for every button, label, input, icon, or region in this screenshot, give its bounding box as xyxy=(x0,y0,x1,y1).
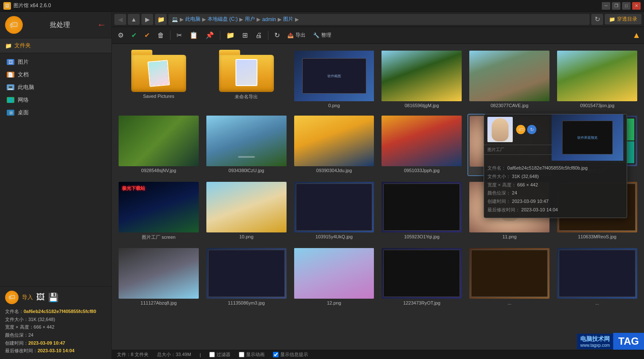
gallery-item-img7[interactable]: 09390304Jdu.jpg xyxy=(292,114,376,176)
batch-arrow-icon: ← xyxy=(97,19,106,30)
nav-up-button[interactable]: ▲ xyxy=(128,14,140,25)
popup-created-value: 2023-03-09 10:47 xyxy=(512,199,549,204)
title-bar: 🖼 图片馆 x64 2.6.0 ─ ❐ □ ✕ xyxy=(0,0,644,12)
tool-refresh2-button[interactable]: ↻ xyxy=(272,29,282,42)
gallery-item-img5[interactable]: 0928548sjNV.jpg xyxy=(117,114,200,176)
collapse-button[interactable]: ▲ xyxy=(632,30,641,40)
status-bar: 文件：8 文件夹 总大小：33.49M | 过滤器 显示动画 显示信息提示 xyxy=(112,350,644,359)
motion-checkbox-label[interactable]: 显示动画 xyxy=(239,351,265,358)
popup-dim-row: 宽度 × 高度： 666 × 442 xyxy=(487,181,623,189)
tool-delete-button[interactable]: 🗑 xyxy=(155,29,167,42)
tool-check2-button[interactable]: ✔ xyxy=(142,29,152,42)
popup-modified-label: 最后修改时间： xyxy=(487,207,520,212)
gallery-item-img1[interactable]: 软件截图 0.png xyxy=(292,49,376,110)
sidebar: 🏷 批处理 ← 📁 文件夹 🖼 图片 📄 文档 💻 此电脑 xyxy=(0,12,112,359)
thumb-img6 xyxy=(206,116,287,166)
sidebar-item-docs[interactable]: 📄 文档 xyxy=(0,68,111,81)
gallery-item-img2[interactable]: 0816596tjgM.jpg xyxy=(380,49,463,110)
gallery-item-img19[interactable]: 12.png xyxy=(292,246,376,307)
nav-back-button[interactable]: ◀ xyxy=(114,14,126,25)
sidebar-item-pc[interactable]: 💻 此电脑 xyxy=(0,81,111,94)
tool-settings-button[interactable]: ⚙ xyxy=(115,29,126,42)
img21-label: ... xyxy=(469,300,549,305)
info-checkbox[interactable] xyxy=(273,352,279,357)
import-button[interactable]: 导入 xyxy=(22,294,33,301)
gallery-item-img22[interactable]: ... xyxy=(555,246,639,307)
gallery-item-img3[interactable]: 0823077CAVE.jpg xyxy=(468,49,551,110)
batch-process-button[interactable]: 批处理 xyxy=(26,21,94,30)
gallery-item-img12[interactable]: 10.png xyxy=(205,180,288,242)
popup-body: 🏷 ↻ 图片工厂 软件界面预览 xyxy=(484,114,627,161)
tool-arrange-button[interactable]: 🔧 整理 xyxy=(311,29,334,42)
gallery-item-img6[interactable]: 0934380lCzU.jpg xyxy=(205,114,288,176)
path-segment-drive[interactable]: 本地磁盘 (C:) xyxy=(208,16,238,23)
gallery-item-img21[interactable]: ... xyxy=(468,246,551,307)
img15-label: 11.png xyxy=(469,234,549,239)
popup-face-thumb xyxy=(487,117,513,142)
tool-print-button[interactable]: 🖨 xyxy=(253,29,265,42)
thumb-img1: 软件截图 xyxy=(294,51,374,101)
tool-newfolder-button[interactable]: 📁 xyxy=(224,29,237,42)
close-button[interactable]: ✕ xyxy=(632,2,641,10)
thumb-img17 xyxy=(119,248,199,299)
gallery-item-img13[interactable]: 103915y4UkQ.jpg xyxy=(292,180,376,242)
status-size: 总大小：33.49M xyxy=(157,351,191,358)
net-label: 网络 xyxy=(18,96,29,104)
tool-export-button[interactable]: 📤 导出 xyxy=(285,29,308,42)
copy-icon: 📋 xyxy=(189,31,198,39)
tool-layout-button[interactable]: ⊞ xyxy=(240,29,250,42)
file-name-label: 文件名： xyxy=(5,309,24,314)
gallery-item-img11[interactable]: 极光下载站 图片工厂 screen xyxy=(117,180,200,242)
file-size-value: 31K (32,648) xyxy=(28,317,55,322)
watermark-body: 电脑技术网 www.tagxp.com xyxy=(577,334,613,349)
restore-button[interactable]: ❐ xyxy=(612,2,620,10)
folder-body xyxy=(131,55,186,92)
path-segment-pics[interactable]: 图片 xyxy=(283,16,293,23)
path-segment-users[interactable]: 用户 xyxy=(245,16,255,23)
folder-icon: 📁 xyxy=(5,43,12,49)
tool-cut-button[interactable]: ✂ xyxy=(174,29,184,42)
info-checkbox-label[interactable]: 显示信息提示 xyxy=(273,351,308,358)
motion-checkbox[interactable] xyxy=(239,352,244,357)
minimize-button[interactable]: ─ xyxy=(602,2,610,10)
path-segment-admin[interactable]: admin xyxy=(262,16,276,22)
penetrate-button[interactable]: 📁 穿透目录 xyxy=(605,14,641,24)
gallery-item-img20[interactable]: 1223473RyOT.jpg xyxy=(380,246,463,307)
img12-label: 10.png xyxy=(206,234,287,239)
gallery-item-img18[interactable]: 11135086ym3.jpg xyxy=(205,246,288,307)
gallery-item-img8[interactable]: 0951033Jpph.jpg xyxy=(380,114,463,176)
maximize-button[interactable]: □ xyxy=(622,2,630,10)
nav-folder-button[interactable]: 📁 xyxy=(155,14,167,25)
img3-label: 0823077CAVE.jpg xyxy=(469,103,549,108)
path-segment-pc[interactable]: 此电脑 xyxy=(185,16,200,23)
sidebar-top: 🏷 批处理 ← xyxy=(0,12,111,38)
thumb-img4 xyxy=(557,51,637,101)
gallery-item-folder1[interactable]: Saved Pictures xyxy=(117,49,200,110)
tool-paste-button[interactable]: 📌 xyxy=(203,29,216,42)
popup-depth-value: 24 xyxy=(512,190,517,195)
gallery-item-img14[interactable]: 105923O1Yqi.jpg xyxy=(380,180,463,242)
folder-button[interactable]: 📁 文件夹 xyxy=(0,38,111,53)
file-depth-value: 24 xyxy=(28,332,33,337)
tool-copy-button[interactable]: 📋 xyxy=(187,29,200,42)
desk-label: 桌面 xyxy=(18,109,29,116)
sidebar-item-desk[interactable]: 🖥 桌面 xyxy=(0,106,111,119)
popup-size-value: 31K (32,648) xyxy=(512,174,539,179)
nav-forward-button[interactable]: ▶ xyxy=(141,14,153,25)
arrange-icon: 🔧 xyxy=(313,32,319,38)
popup-header: 🏷 ↻ xyxy=(484,114,552,145)
folder-photo-inner xyxy=(149,61,169,86)
popup-modified-row: 最后修改时间： 2023-03-10 14:04 xyxy=(487,206,623,214)
tool-check1-button[interactable]: ✔ xyxy=(129,29,139,42)
popup-app-icon: 🏷 xyxy=(516,125,525,134)
filter-checkbox[interactable] xyxy=(209,352,215,357)
gallery-item-img17[interactable]: 111127Abzq8.jpg xyxy=(117,246,200,307)
filter-checkbox-label[interactable]: 过滤器 xyxy=(209,351,230,358)
gallery-item-img4[interactable]: 09015473jon.jpg xyxy=(555,49,639,110)
sidebar-item-net[interactable]: 🌐 网络 xyxy=(0,94,111,106)
img16-label: 110633MReoS.jpg xyxy=(557,234,637,239)
sidebar-item-pics[interactable]: 🖼 图片 xyxy=(0,56,111,68)
refresh-button[interactable]: ↻ xyxy=(591,14,603,25)
gallery-item-folder2[interactable]: 未命名导出 xyxy=(205,49,288,110)
img1-label: 0.png xyxy=(294,103,374,108)
